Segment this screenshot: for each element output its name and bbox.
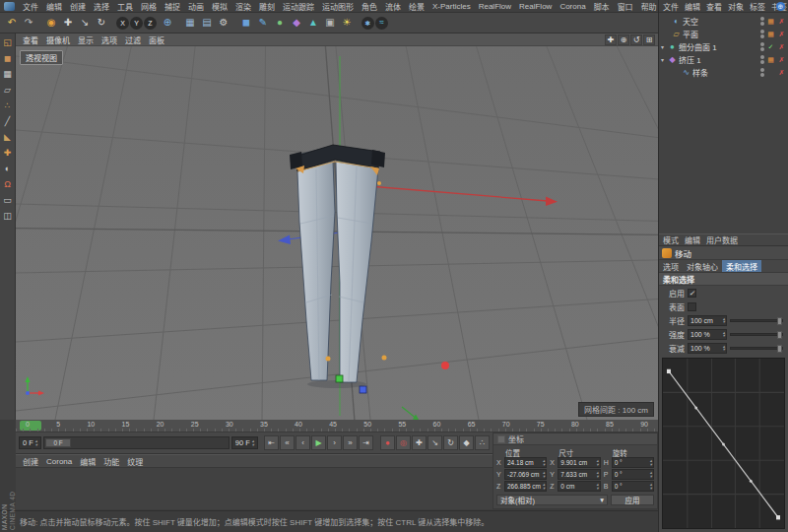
viewport-menu-item[interactable]: 面板 [145, 34, 168, 45]
rotate-tool-icon[interactable]: ↻ [94, 15, 109, 31]
stepper[interactable]: ▴▾ [650, 483, 652, 489]
stepper-down-icon[interactable]: ▾ [35, 443, 37, 446]
viewport[interactable]: 查看摄像机显示选项过滤面板 ✚⊕↺⊞ 透视视图 [16, 33, 658, 420]
stepper[interactable]: ▴▾ [650, 471, 652, 477]
realflow-icon[interactable]: ≈ [375, 17, 388, 30]
texture-mode-icon[interactable]: ▦ [1, 68, 14, 80]
object-menu-item[interactable]: 标签 [747, 1, 768, 12]
menu-item[interactable]: 创建 [66, 1, 90, 12]
add-primitive-icon[interactable]: ◼ [238, 15, 254, 31]
coordinate-mode-dropdown[interactable]: 对象(相对) ▾ [496, 495, 608, 505]
menu-item[interactable]: 雕刻 [255, 1, 279, 12]
menu-item[interactable]: 编辑 [42, 1, 66, 12]
stepper[interactable]: ▴▾ [650, 459, 652, 465]
pan-view-icon[interactable]: ✚ [605, 34, 617, 45]
slider-knob[interactable] [777, 345, 782, 353]
orbit-view-icon[interactable]: ↺ [630, 34, 642, 45]
stepper-down-icon[interactable]: ▾ [543, 487, 545, 490]
stepper-down-icon[interactable]: ▾ [543, 475, 545, 478]
coordinate-field[interactable]: 0 ° ▴▾ [612, 481, 654, 492]
visibility-dots[interactable] [760, 68, 764, 77]
stepper-down-icon[interactable]: ▾ [723, 320, 725, 323]
autokey-button[interactable]: ◎ [396, 435, 411, 450]
render-view-icon[interactable]: ▦ [182, 15, 198, 31]
object-row[interactable]: ▾ ◆ 挤压 1 ▦ ✗ [659, 53, 788, 66]
parameter-field[interactable]: 100 % ▴▾ [688, 343, 727, 354]
object-menu-item[interactable]: 文件 [660, 1, 682, 12]
stepper[interactable]: ▴▾ [35, 439, 37, 445]
stepper-down-icon[interactable]: ▾ [723, 334, 725, 337]
object-label[interactable]: 样条 [692, 67, 758, 78]
viewport-menu-item[interactable]: 选项 [98, 34, 121, 45]
menu-item[interactable]: RealFlow [515, 2, 556, 11]
attribute-tab[interactable]: 对象轴心 [683, 260, 722, 272]
stepper[interactable]: ▴▾ [723, 331, 725, 337]
object-tag-icon[interactable]: ▦ [766, 56, 775, 64]
add-spline-icon[interactable]: ✎ [255, 15, 271, 31]
attribute-menu-item[interactable]: 编辑 [682, 234, 703, 245]
object-menu-item[interactable]: 查看 [703, 1, 725, 12]
online-globe-icon[interactable]: ⊕ [776, 2, 785, 11]
viewport-menu-item[interactable]: 过滤 [121, 34, 145, 45]
x-axis-lock-icon[interactable]: X [116, 17, 129, 30]
stepper[interactable]: ▴▾ [596, 483, 598, 489]
stepper-down-icon[interactable]: ▾ [650, 487, 652, 490]
viewport-menu-item[interactable]: 查看 [19, 34, 42, 45]
menu-item[interactable]: 工具 [113, 1, 137, 12]
material-menu-item[interactable]: 功能 [99, 456, 123, 467]
object-tag-icon[interactable]: ✗ [777, 31, 786, 38]
attribute-tab[interactable]: 柔和选择 [722, 260, 761, 272]
object-row[interactable]: ∿ 样条 ✗ [659, 66, 788, 79]
parameter-slider[interactable] [730, 347, 783, 350]
parameter-field[interactable]: 100 cm ▴▾ [688, 315, 727, 326]
stepper-down-icon[interactable]: ▾ [723, 348, 725, 351]
stepper-down-icon[interactable]: ▾ [596, 487, 598, 490]
material-menu-item[interactable]: Corona [42, 457, 76, 466]
axis-mode-icon[interactable]: ✚ [1, 147, 14, 159]
object-label[interactable]: 挤压 1 [679, 54, 758, 65]
polygons-mode-icon[interactable]: ◣ [1, 131, 14, 143]
toggle-view-icon[interactable]: ⊞ [643, 34, 655, 45]
locked-workplane-icon[interactable]: ◫ [1, 210, 14, 222]
stepper[interactable]: ▴▾ [543, 483, 545, 489]
workplane-mode-icon[interactable]: ▱ [1, 84, 14, 96]
object-tree[interactable]: ◐ 天空 ▦ ✗ ▱ 平面 ▦ ✗ ▾ ● [659, 13, 788, 233]
apply-button[interactable]: 应用 [611, 495, 654, 505]
menu-item[interactable]: 渲染 [231, 1, 255, 12]
attribute-menu-item[interactable]: 用户数据 [703, 234, 741, 245]
soft-selection-section-header[interactable]: 柔和选择 [659, 273, 788, 286]
stepper[interactable]: ▴▾ [543, 459, 545, 465]
panel-grip-icon[interactable] [497, 435, 505, 443]
add-generator-icon[interactable]: ● [272, 15, 288, 31]
visibility-dots[interactable] [760, 55, 764, 64]
object-label[interactable]: 细分曲面 1 [679, 41, 758, 52]
object-menu-item[interactable]: 编辑 [682, 1, 703, 12]
visibility-dots[interactable] [760, 42, 764, 51]
edges-mode-icon[interactable]: ╱ [1, 115, 14, 127]
slider-knob[interactable] [777, 331, 782, 339]
scale-tool-icon[interactable]: ↘ [77, 15, 93, 31]
viewport-menu-item[interactable]: 摄像机 [42, 34, 74, 45]
menu-item[interactable]: 角色 [358, 1, 381, 12]
current-frame-field[interactable]: 0 F ▴▾ [19, 436, 41, 449]
stepper-down-icon[interactable]: ▾ [596, 463, 598, 466]
menu-item[interactable]: 文件 [19, 1, 42, 12]
menu-item[interactable]: X-Particles [428, 2, 475, 11]
model-mode-icon[interactable]: ◼ [1, 52, 14, 64]
workplane-snap-icon[interactable]: ▭ [1, 194, 14, 206]
menu-item[interactable]: 运动跟踪 [279, 1, 318, 12]
z-axis-lock-icon[interactable]: Z [144, 17, 157, 30]
stepper-down-icon[interactable]: ▾ [596, 475, 598, 478]
visibility-dots[interactable] [760, 30, 764, 38]
coordinate-field[interactable]: 266.885 cm ▴▾ [504, 481, 547, 492]
coordinate-field[interactable]: 9.901 cm ▴▾ [558, 457, 600, 468]
object-label[interactable]: 平面 [683, 29, 758, 39]
record-rotation-button[interactable]: ↻ [443, 435, 458, 450]
record-parameter-button[interactable]: ◆ [459, 435, 474, 450]
object-tag-icon[interactable]: ✗ [777, 43, 786, 51]
next-key-button[interactable]: » [343, 435, 358, 450]
attribute-menu-item[interactable]: 模式 [660, 234, 682, 245]
render-picture-viewer-icon[interactable]: ▤ [199, 15, 215, 31]
stepper-down-icon[interactable]: ▾ [543, 463, 545, 466]
move-tool-icon[interactable]: ✚ [60, 15, 76, 31]
